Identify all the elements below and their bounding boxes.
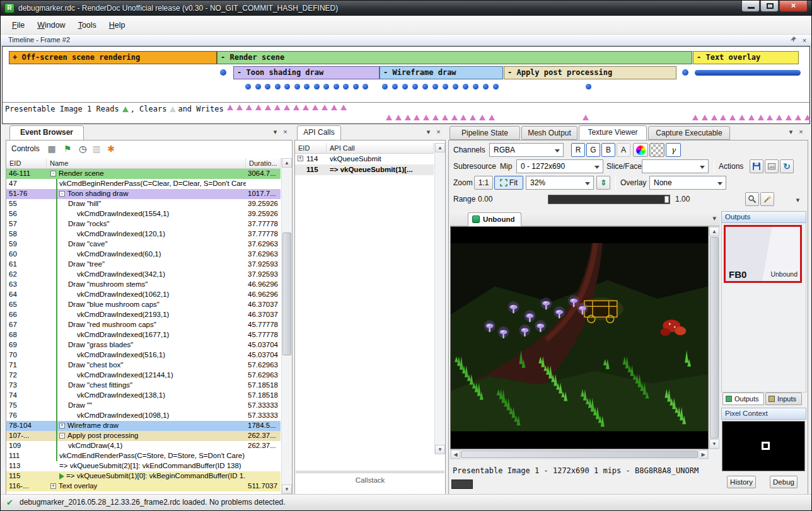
timeline-marker-block[interactable]: - Wireframe draw	[380, 66, 503, 79]
event-row[interactable]: 73Draw "chest fittings"57.18518	[6, 381, 281, 391]
channel-a-button[interactable]: A	[617, 143, 630, 157]
scroll-up-icon[interactable]: ▲	[709, 227, 719, 236]
usage-triangle[interactable]	[748, 115, 755, 120]
tab-event-browser[interactable]: Event Browser	[9, 125, 84, 141]
scroll-up-icon[interactable]: ▲	[435, 143, 445, 152]
api-call-row[interactable]: 115=> vkQueueSubmit(1)[...	[295, 164, 434, 175]
timeline-marker-block[interactable]: - Text overlay	[693, 51, 799, 64]
event-row[interactable]: 69Draw "grass blades"45.03704	[6, 340, 281, 350]
event-row[interactable]: 111vkCmdEndRenderPass(C=Store, D=Store, …	[6, 451, 281, 461]
event-row[interactable]: 107-...-Apply post processing262.37...	[6, 431, 281, 441]
mip-select[interactable]: 0 - 1272x690	[516, 159, 603, 173]
event-row[interactable]: 75Draw ""57.33333	[6, 401, 281, 411]
tab-capture-executable[interactable]: Capture Executable	[648, 126, 730, 140]
draw-call-dot[interactable]	[275, 84, 281, 89]
usage-triangle[interactable]	[312, 105, 318, 110]
scroll-thumb[interactable]	[461, 451, 698, 458]
zoom-range-icon[interactable]	[745, 192, 759, 206]
draw-call-dot[interactable]	[362, 84, 368, 89]
flip-y-icon[interactable]: ⇕	[596, 176, 610, 190]
usage-triangle[interactable]	[293, 105, 299, 110]
range-min-value[interactable]: 0.00	[478, 192, 492, 206]
menu-file[interactable]: File	[6, 18, 31, 32]
tab-api-calls[interactable]: API Calls	[297, 125, 341, 141]
event-row[interactable]: 46-111-Render scene3064.7...	[6, 169, 281, 179]
draw-call-dot[interactable]	[265, 84, 270, 89]
column-eid[interactable]: EID	[6, 158, 47, 168]
draw-call-dot[interactable]	[483, 84, 489, 89]
callstack-label[interactable]: Callstack	[295, 476, 445, 484]
usage-triangle[interactable]	[331, 105, 337, 110]
event-row[interactable]: 109vkCmdDraw(4,1)262.37...	[6, 441, 281, 451]
zoom-percent-select[interactable]: 32%	[526, 176, 594, 190]
slice-face-select[interactable]	[642, 159, 709, 173]
bookmark-star-icon[interactable]: ✱	[105, 142, 117, 155]
chevron-down-icon[interactable]: ▾	[786, 128, 796, 136]
pixel-context-view[interactable]	[722, 421, 805, 471]
draw-call-dot[interactable]	[294, 84, 300, 89]
tab-outputs[interactable]: Outputs	[722, 393, 764, 405]
close-icon[interactable]: ×	[281, 128, 290, 135]
usage-triangle[interactable]	[442, 115, 448, 120]
collapse-icon[interactable]: -	[59, 433, 65, 439]
timeline-body[interactable]: + Off-screen scene rendering- Render sce…	[2, 46, 810, 124]
texture-horizontal-scrollbar[interactable]: ◀ ▶	[450, 449, 709, 459]
event-row[interactable]: 55Draw "hill"39.25926	[6, 199, 281, 209]
usage-triangle[interactable]	[284, 105, 290, 110]
draw-call-dot[interactable]	[586, 84, 591, 89]
collapse-icon[interactable]: -	[50, 171, 56, 176]
texture-list-dropdown-icon[interactable]: ▾	[712, 214, 716, 222]
usage-triangle[interactable]	[729, 115, 736, 120]
channel-g-button[interactable]: G	[586, 143, 600, 157]
scroll-left-icon[interactable]: ◀	[451, 450, 460, 459]
toolbar-overflow-icon[interactable]: ▾	[793, 196, 803, 204]
chevron-down-icon[interactable]: ▾	[424, 128, 433, 136]
range-max-value[interactable]: 1.00	[675, 192, 690, 206]
save-texture-icon[interactable]	[750, 159, 763, 173]
draw-call-dot[interactable]	[304, 84, 310, 89]
minimize-button[interactable]	[741, 1, 760, 12]
usage-triangle[interactable]	[804, 115, 811, 120]
draw-call-dot[interactable]	[422, 84, 428, 89]
api-table-header[interactable]: EID API Call	[295, 143, 434, 154]
draw-call-dot[interactable]	[334, 84, 339, 89]
draw-call-dot[interactable]	[353, 84, 359, 89]
timeline-marker-block[interactable]: + Off-screen scene rendering	[9, 51, 217, 64]
usage-triangle[interactable]	[720, 115, 726, 120]
usage-triangle[interactable]	[265, 105, 271, 110]
usage-triangle[interactable]	[432, 115, 439, 120]
usage-triangle[interactable]	[322, 105, 328, 110]
usage-triangle[interactable]	[451, 115, 458, 120]
texture-viewport[interactable]	[450, 226, 709, 449]
event-row[interactable]: 59Draw "cave"37.62963	[6, 239, 281, 250]
scroll-down-icon[interactable]: ▼	[709, 439, 719, 449]
draw-call-dot[interactable]	[443, 84, 448, 89]
usage-triangle[interactable]	[470, 115, 476, 120]
channel-b-button[interactable]: B	[601, 143, 615, 157]
draw-call-dot[interactable]	[682, 69, 688, 76]
draw-call-dot[interactable]	[255, 84, 261, 89]
column-duration[interactable]: Duratio...	[246, 158, 281, 168]
clock-icon[interactable]: ◷	[76, 142, 89, 155]
api-call-row[interactable]: +114vkQueueSubmit	[295, 154, 434, 164]
event-row[interactable]: 76vkCmdDrawIndexed(1098,1)57.33333	[6, 411, 281, 421]
draw-call-dot[interactable]	[343, 84, 349, 89]
usage-triangle[interactable]	[255, 105, 262, 110]
draw-call-pill[interactable]	[695, 70, 801, 76]
usage-triangle[interactable]	[395, 115, 402, 120]
event-row[interactable]: 61Draw "tree"37.92593	[6, 260, 281, 270]
column-api-call[interactable]: API Call	[327, 143, 434, 153]
column-eid[interactable]: EID	[295, 143, 327, 153]
event-row[interactable]: 56vkCmdDrawIndexed(1554,1)39.25926	[6, 209, 281, 219]
fb0-thumbnail[interactable]: FB0 Unbound	[724, 225, 802, 283]
usage-triangle[interactable]	[414, 115, 420, 120]
usage-triangle[interactable]	[274, 105, 281, 110]
debug-button[interactable]: Debug	[770, 476, 798, 488]
fit-button[interactable]: Fit	[494, 176, 523, 190]
draw-call-dot[interactable]	[412, 84, 418, 89]
history-button[interactable]: History	[727, 476, 756, 488]
expand-icon[interactable]: +	[50, 483, 56, 489]
event-row[interactable]: 116-...+Text overlay511.7037	[6, 481, 281, 491]
texture-vertical-scrollbar[interactable]: ▲ ▼	[709, 226, 719, 449]
draw-call-dot[interactable]	[402, 84, 408, 89]
